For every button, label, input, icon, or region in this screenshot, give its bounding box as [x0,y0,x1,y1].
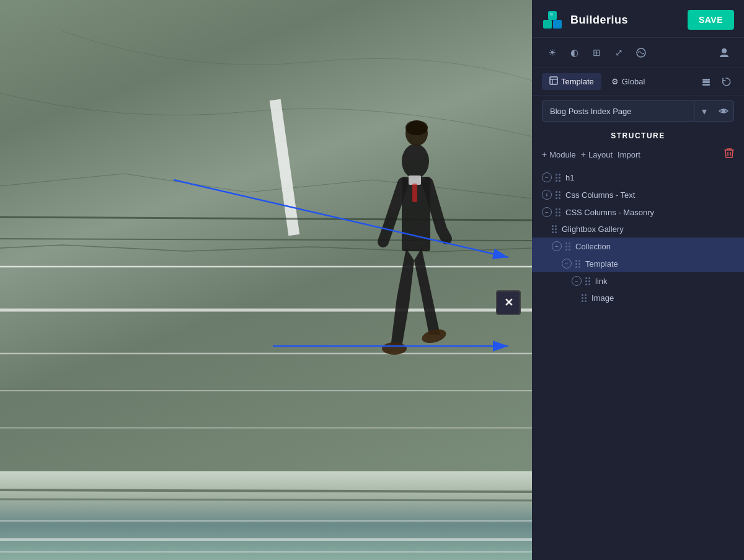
wordpress-icon[interactable] [631,43,651,63]
canvas-area: ✕ [0,0,532,560]
layers-icon[interactable] [698,74,714,90]
tree-drag-glightbox-gallery [552,225,557,233]
module-plus-icon: + [542,149,547,159]
svg-line-24 [0,490,532,492]
logo-icon [542,9,564,31]
tree-drag-link [585,277,590,285]
contrast-icon[interactable]: ◐ [564,43,584,63]
svg-rect-20 [0,471,532,560]
tree-label-h1: h1 [565,173,734,182]
svg-rect-27 [553,20,562,29]
tab-global-label: Global [622,77,645,86]
tree-toggle-template[interactable]: − [562,259,572,269]
page-selector-eye[interactable] [714,101,733,121]
svg-rect-32 [550,77,557,84]
user-icon[interactable] [714,43,734,63]
tree-item-css-columns-text[interactable]: + Css Columns - Text [532,186,744,203]
tree-drag-css-columns-text [556,191,560,199]
tree-drag-h1 [556,174,560,182]
close-button[interactable]: ✕ [496,290,521,315]
svg-rect-26 [543,20,552,29]
module-label: Module [549,150,576,159]
layout-plus-icon: + [581,149,586,159]
tree-label-collection: Collection [575,242,734,251]
tree-label-image: Image [591,293,734,303]
layout-action[interactable]: + Layout [581,149,613,159]
tree-drag-template [575,260,580,268]
template-tab-icon [549,76,558,87]
panel-header: Builderius SAVE [532,0,744,38]
tree-toggle-css-columns-text[interactable]: + [542,190,552,200]
svg-line-25 [0,499,532,500]
tree-toggle-link[interactable]: − [572,276,582,286]
tree-label-glightbox-gallery: Glightbox Gallery [562,224,734,234]
import-action[interactable]: Import [618,150,640,159]
tab-template[interactable]: Template [542,73,601,90]
page-selector[interactable]: Blog Posts Index Page ▾ [542,100,734,122]
canvas-main-image: ✕ [0,0,532,471]
tree-container: − h1 + Css Columns - Text − [532,166,744,560]
tree-item-css-columns-masonry[interactable]: − CSS Columns - Masonry [532,203,744,221]
tree-label-link: link [595,277,734,286]
tree-label-template: Template [585,259,734,269]
tree-item-h1[interactable]: − h1 [532,169,744,186]
svg-rect-37 [702,84,710,86]
tree-toggle-h1[interactable]: − [542,172,552,182]
toolbar-icons-row: ☀ ◐ ⊞ ⤢ [532,38,744,68]
tree-item-glightbox-gallery[interactable]: Glightbox Gallery [532,221,744,238]
expand-icon[interactable]: ⤢ [609,43,629,63]
layout-label: Layout [588,150,613,159]
tree-item-image[interactable]: Image [532,290,744,306]
module-action[interactable]: + Module [542,149,576,159]
tree-toggle-css-columns-masonry[interactable]: − [542,207,552,217]
structure-title: STRUCTURE [532,127,744,145]
app-name: Builderius [570,14,628,27]
svg-rect-36 [702,81,710,83]
trash-icon[interactable] [724,148,734,161]
import-label: Import [618,150,640,159]
grid-icon[interactable]: ⊞ [587,43,606,63]
tree-item-template[interactable]: − Template [532,255,744,272]
road-background [0,0,532,471]
tab-global[interactable]: ⚙ Global [604,74,653,89]
save-button[interactable]: SAVE [688,10,734,30]
tree-label-css-columns-masonry: CSS Columns - Masonry [565,208,734,217]
svg-point-31 [722,48,727,53]
history-icon[interactable] [718,74,734,90]
page-selector-value: Blog Posts Index Page [542,102,694,120]
tree-drag-collection [565,242,570,251]
page-selector-chevron[interactable]: ▾ [694,101,714,121]
bottom-image-texture [0,471,532,560]
tree-toggle-collection[interactable]: − [552,241,562,251]
svg-rect-35 [702,79,710,81]
tree-item-collection[interactable]: − Collection [532,238,744,255]
tree-drag-css-columns-masonry [556,208,560,216]
right-panel: Builderius SAVE ☀ ◐ ⊞ ⤢ [532,0,744,560]
tree-item-link[interactable]: − link [532,272,744,290]
logo-area: Builderius [542,9,628,31]
svg-point-38 [722,110,725,113]
tree-label-css-columns-text: Css Columns - Text [565,190,734,200]
tab-row: Template ⚙ Global [532,68,744,96]
canvas-bottom-image [0,471,532,560]
svg-rect-29 [550,13,553,16]
sun-icon[interactable]: ☀ [542,43,562,63]
tab-template-label: Template [561,77,594,86]
tree-drag-image [582,294,587,302]
global-tab-icon: ⚙ [611,77,619,86]
structure-actions: + Module + Layout Import [532,145,744,166]
